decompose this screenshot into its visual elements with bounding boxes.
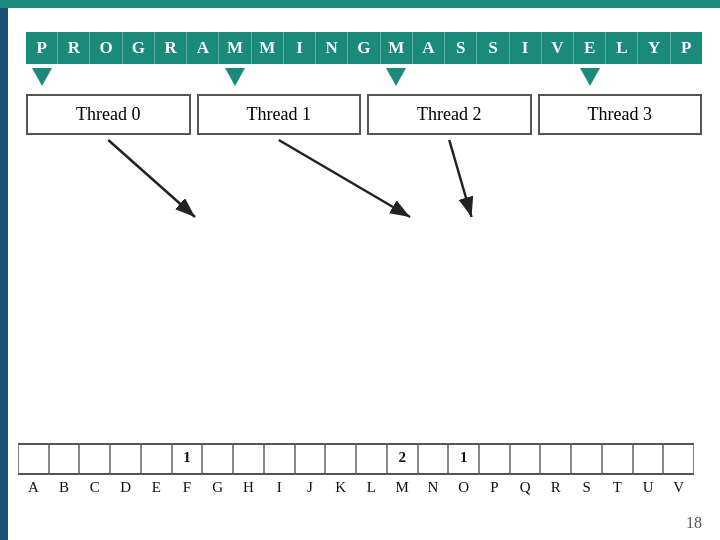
alpha-cell-18: S [571,477,602,498]
index-cell-21 [663,445,694,473]
alpha-cell-7: H [233,477,264,498]
bottom-section: 121 ABCDEFGHIJKLMNOPQRSTUV [0,443,712,498]
letter-cell-9: N [316,32,348,64]
alpha-cell-5: F [172,477,203,498]
alpha-cell-13: N [418,477,449,498]
arrow-down-11 [386,68,406,86]
letter-cell-13: S [445,32,477,64]
arrows-area [26,135,702,225]
letter-cell-10: G [348,32,380,64]
thread-box-1: Thread 1 [197,94,362,135]
arrow-down-17 [580,68,600,86]
letter-cell-2: O [90,32,122,64]
alpha-cell-2: C [79,477,110,498]
alpha-cell-0: A [18,477,49,498]
letter-bar: PROGRAMMINGMASSIVELYP [26,32,702,64]
letter-cell-15: I [510,32,542,64]
index-row: 121 [18,443,694,475]
arrows-svg [26,135,702,225]
letter-cell-0: P [26,32,58,64]
index-cell-8 [264,445,295,473]
alpha-cell-14: O [448,477,479,498]
svg-line-2 [279,140,410,217]
index-cell-3 [110,445,141,473]
svg-line-1 [108,140,195,217]
index-cell-4 [141,445,172,473]
letter-cell-8: I [284,32,316,64]
index-cell-11 [356,445,387,473]
index-cell-1 [49,445,80,473]
alpha-cell-10: K [325,477,356,498]
index-cell-0 [18,445,49,473]
threads-row: Thread 0Thread 1Thread 2Thread 3 [26,94,702,135]
index-cell-12: 2 [387,445,418,473]
letter-cell-5: A [187,32,219,64]
alpha-cell-21: V [663,477,694,498]
alpha-cell-4: E [141,477,172,498]
alpha-cell-6: G [202,477,233,498]
thread-box-0: Thread 0 [26,94,191,135]
index-cell-16 [510,445,541,473]
letter-cell-16: V [542,32,574,64]
svg-line-3 [449,140,471,217]
letter-cell-1: R [58,32,90,64]
alpha-cell-15: P [479,477,510,498]
letter-cell-3: G [123,32,155,64]
alpha-cell-17: R [540,477,571,498]
index-cell-5: 1 [172,445,203,473]
index-cell-17 [540,445,571,473]
index-cell-9 [295,445,326,473]
alpha-cell-3: D [110,477,141,498]
thread-box-3: Thread 3 [538,94,703,135]
index-cell-18 [571,445,602,473]
letter-cell-12: A [413,32,445,64]
letter-cell-17: E [574,32,606,64]
thread-box-2: Thread 2 [367,94,532,135]
alpha-cell-12: M [387,477,418,498]
letter-cell-14: S [477,32,509,64]
arrow-down-0 [32,68,52,86]
alpha-cell-16: Q [510,477,541,498]
alpha-cell-8: I [264,477,295,498]
index-cell-15 [479,445,510,473]
index-cell-13 [418,445,449,473]
index-cell-7 [233,445,264,473]
letter-cell-7: M [252,32,284,64]
alpha-row: ABCDEFGHIJKLMNOPQRSTUV [18,477,694,498]
index-cell-10 [325,445,356,473]
index-cell-2 [79,445,110,473]
arrow-down-6 [225,68,245,86]
letter-cell-11: M [381,32,413,64]
letter-cell-18: L [606,32,638,64]
index-cell-20 [633,445,664,473]
letter-cell-20: P [671,32,702,64]
top-accent-bar [0,0,720,8]
alpha-cell-20: U [633,477,664,498]
letter-cell-6: M [219,32,251,64]
letter-cell-4: R [155,32,187,64]
index-cell-6 [202,445,233,473]
index-cell-19 [602,445,633,473]
alpha-cell-19: T [602,477,633,498]
alpha-cell-1: B [49,477,80,498]
page-number: 18 [686,514,702,532]
alpha-cell-11: L [356,477,387,498]
index-cell-14: 1 [448,445,479,473]
letter-cell-19: Y [638,32,670,64]
alpha-cell-9: J [295,477,326,498]
